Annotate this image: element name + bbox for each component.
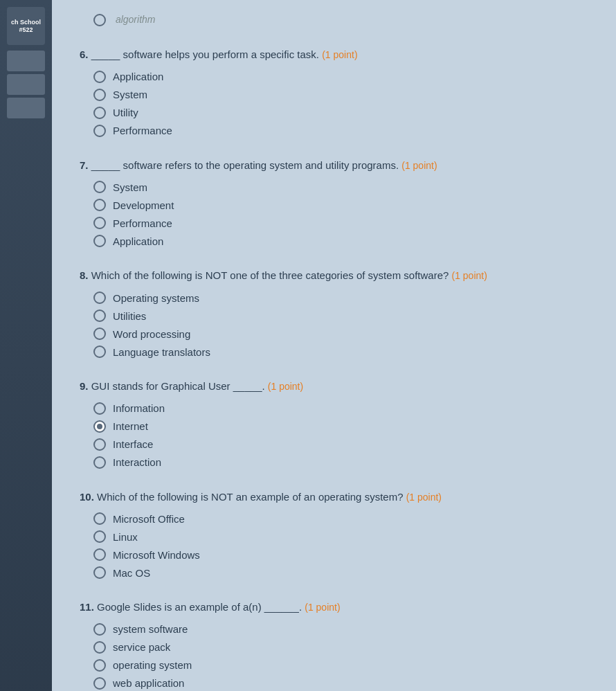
question-10-options: Microsoft Office Linux Microsoft Windows… [80, 512, 588, 579]
question-6-points: (1 point) [322, 49, 357, 60]
option-label: System [113, 181, 147, 193]
option-label: Utilities [113, 310, 146, 322]
radio-option-interface-9[interactable] [93, 438, 106, 451]
radio-option-mswindows-10[interactable] [93, 548, 106, 561]
question-10-number: 10. [80, 491, 94, 503]
radio-option-msoffice-10[interactable] [93, 512, 106, 525]
question-6-options: Application System Utility Performance [80, 71, 588, 137]
sidebar-item-1 [7, 51, 45, 71]
option-label: System [113, 89, 147, 100]
radio-option-application[interactable] [93, 71, 106, 83]
list-item[interactable]: Interaction [93, 456, 588, 469]
list-item[interactable]: Mac OS [93, 566, 588, 579]
option-label: Word processing [113, 328, 190, 340]
radio-option-macos-10[interactable] [93, 566, 106, 579]
option-label: Application [113, 71, 163, 82]
radio-option-system[interactable] [93, 89, 106, 101]
radio-option-linux-10[interactable] [93, 530, 106, 543]
list-item[interactable]: Application [93, 71, 588, 83]
radio-option-performance-7[interactable] [93, 217, 106, 229]
sidebar-item-2 [7, 74, 45, 95]
question-8-text: 8. Which of the following is NOT one of … [80, 268, 588, 283]
list-item[interactable]: Language translators [93, 346, 588, 358]
radio-option-development-7[interactable] [93, 199, 106, 211]
question-6-number: 6. [80, 48, 89, 60]
question-9-number: 9. [80, 380, 89, 392]
list-item[interactable]: Performance [93, 217, 588, 229]
list-item[interactable]: Microsoft Office [93, 512, 588, 525]
question-10-block: 10. Which of the following is NOT an exa… [80, 490, 588, 580]
radio-option-utility[interactable] [93, 107, 106, 119]
list-item[interactable]: Utilities [93, 309, 588, 322]
list-item[interactable]: Internet [93, 420, 588, 433]
sidebar-logo: ch School#522 [7, 7, 45, 45]
list-item[interactable]: Operating systems [93, 291, 588, 304]
option-label: Microsoft Office [113, 513, 185, 525]
radio-option-information-9[interactable] [93, 402, 106, 415]
question-7-block: 7. _____ software refers to the operatin… [80, 158, 588, 248]
radio-circle-prev [93, 14, 106, 26]
option-label: operating system [113, 659, 192, 671]
radio-option-internet-9[interactable] [93, 420, 106, 433]
question-10-points: (1 point) [406, 492, 442, 503]
sidebar-logo-text: ch School#522 [11, 19, 41, 34]
question-9-text: 9. GUI stands for Graphical User _____. … [80, 379, 588, 394]
list-item[interactable]: Information [93, 402, 588, 415]
option-label: service pack [113, 641, 170, 653]
radio-option-performance[interactable] [93, 125, 106, 137]
question-11-block: 11. Google Slides is an example of a(n) … [80, 600, 588, 690]
question-11-options: system software service pack operating s… [80, 623, 588, 690]
question-7-options: System Development Performance Applicati… [80, 181, 588, 247]
radio-option-webapp-11[interactable] [93, 677, 106, 690]
radio-option-system-7[interactable] [93, 181, 106, 193]
option-label: Performance [113, 125, 172, 136]
radio-option-interaction-9[interactable] [93, 456, 106, 469]
option-label: Interaction [113, 456, 161, 468]
list-item[interactable]: Linux [93, 530, 588, 543]
radio-option-operatingsys-11[interactable] [93, 659, 106, 672]
radio-option-systemsw-11[interactable] [93, 623, 106, 636]
radio-option-word-8[interactable] [93, 327, 106, 340]
list-item[interactable]: web application [93, 677, 588, 690]
question-7-points: (1 point) [401, 160, 437, 171]
question-7-text: 7. _____ software refers to the operatin… [80, 158, 588, 173]
main-content: algorithm 6. _____ software helps you pe… [52, 0, 616, 691]
radio-option-application-7[interactable] [93, 235, 106, 247]
list-item[interactable]: Application [93, 235, 588, 247]
question-8-block: 8. Which of the following is NOT one of … [80, 268, 588, 358]
radio-option-operating-8[interactable] [93, 291, 106, 304]
list-item[interactable]: Word processing [93, 327, 588, 340]
option-label: Operating systems [113, 292, 199, 304]
list-item[interactable]: system software [93, 623, 588, 636]
question-7-number: 7. [80, 159, 89, 171]
list-item[interactable]: Utility [93, 107, 588, 119]
radio-option-utilities-8[interactable] [93, 309, 106, 322]
question-11-number: 11. [80, 601, 94, 613]
list-item[interactable]: System [93, 89, 588, 101]
prev-answer-text: algorithm [80, 14, 588, 26]
prev-answer-block: algorithm [80, 14, 588, 26]
radio-option-servicepack-11[interactable] [93, 641, 106, 654]
question-6-block: 6. _____ software helps you perform a sp… [80, 47, 588, 137]
option-label: Application [113, 235, 163, 247]
sidebar-item-3 [7, 98, 45, 118]
option-label: Language translators [113, 346, 210, 358]
question-8-points: (1 point) [452, 270, 487, 281]
option-label: Performance [113, 217, 172, 229]
list-item[interactable]: service pack [93, 641, 588, 654]
option-label: Mac OS [113, 567, 150, 579]
list-item[interactable]: Interface [93, 438, 588, 451]
radio-option-language-8[interactable] [93, 346, 106, 358]
question-11-text: 11. Google Slides is an example of a(n) … [80, 600, 588, 615]
option-label: Interface [113, 438, 153, 450]
list-item[interactable]: Microsoft Windows [93, 548, 588, 561]
question-8-number: 8. [80, 269, 89, 281]
list-item[interactable]: System [93, 181, 588, 193]
option-label: Linux [113, 531, 138, 543]
list-item[interactable]: Performance [93, 125, 588, 137]
list-item[interactable]: operating system [93, 659, 588, 672]
option-label: web application [113, 677, 184, 689]
list-item[interactable]: Development [93, 199, 588, 211]
option-label: Internet [113, 420, 148, 432]
question-9-points: (1 point) [268, 381, 303, 392]
